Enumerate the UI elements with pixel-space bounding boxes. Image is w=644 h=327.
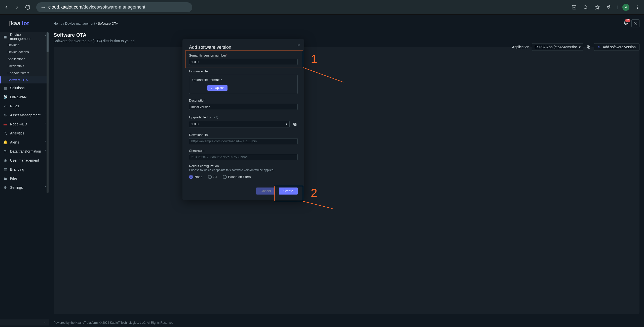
sidebar-item-label: Files bbox=[10, 176, 18, 180]
cancel-button[interactable]: Cancel bbox=[256, 188, 275, 195]
gear-icon: ⚙ bbox=[3, 185, 8, 190]
nav-forward-icon[interactable] bbox=[14, 4, 21, 11]
zoom-icon[interactable] bbox=[582, 4, 589, 11]
main-area: Home / Device management / Software OTA … bbox=[49, 15, 644, 327]
install-icon[interactable] bbox=[571, 4, 578, 11]
trend-icon: 〽 bbox=[3, 131, 8, 135]
add-software-version-button[interactable]: ⊕ Add software version bbox=[594, 43, 639, 51]
add-software-version-modal: ✕ Add software version Semantic version … bbox=[182, 39, 304, 200]
sidebar-item-device-actions[interactable]: Device actions bbox=[0, 48, 49, 55]
annotation-number-1: 1 bbox=[311, 52, 317, 66]
sidebar-collapse-button[interactable]: ‹ bbox=[0, 319, 49, 325]
chevron-down-icon: ˅ bbox=[45, 113, 46, 117]
star-icon[interactable] bbox=[594, 4, 601, 11]
content-panel bbox=[54, 47, 639, 314]
upgradable-from-select[interactable]: 1.0.0▾ bbox=[189, 121, 290, 127]
radio-label: Based on filters bbox=[228, 175, 251, 179]
nodered-icon: ▬ bbox=[3, 122, 8, 126]
extensions-icon[interactable] bbox=[605, 4, 612, 11]
url-bar[interactable]: ⊶ cloud.kaaiot.com/devices/software-mana… bbox=[36, 2, 192, 12]
sidebar-item-label: Settings bbox=[10, 185, 23, 190]
refresh-icon: ⟳ bbox=[3, 149, 8, 153]
radio-label: All bbox=[213, 175, 217, 179]
breadcrumb-item[interactable]: Device management bbox=[65, 22, 95, 25]
sidebar-item-rules[interactable]: ‹›Rules bbox=[0, 102, 49, 111]
page-title: Software OTA bbox=[54, 32, 639, 38]
user-circle-icon: ◉ bbox=[3, 158, 8, 162]
browser-avatar[interactable]: V bbox=[622, 4, 629, 11]
nav-back-icon[interactable] bbox=[3, 4, 10, 11]
building-icon: ▥ bbox=[3, 167, 8, 171]
sidebar-item-lorawan[interactable]: 📡LoRaWAN bbox=[0, 92, 49, 102]
notifications-button[interactable]: 23 bbox=[623, 20, 628, 26]
modal-title: Add software version bbox=[189, 45, 298, 50]
rollout-radio-filters[interactable]: Based on filters bbox=[223, 175, 251, 179]
sidebar-item-branding[interactable]: ▥Branding bbox=[0, 165, 49, 174]
copy-upgradable-button[interactable] bbox=[292, 121, 298, 127]
browser-menu-icon[interactable]: ⋮ bbox=[634, 4, 641, 11]
rollout-radio-all[interactable]: All bbox=[208, 175, 217, 179]
breadcrumb: Home / Device management / Software OTA bbox=[49, 22, 118, 25]
sidebar-item-devices[interactable]: Devices bbox=[0, 41, 49, 48]
notifications-count: 23 bbox=[625, 19, 630, 22]
sidebar-item-settings[interactable]: ⚙Settings˅ bbox=[0, 183, 49, 192]
checksum-label: Checksum bbox=[189, 149, 298, 153]
modal-close-button[interactable]: ✕ bbox=[297, 43, 300, 48]
url-text: cloud.kaaiot.com/devices/software-manage… bbox=[48, 5, 145, 10]
help-icon[interactable]: ? bbox=[214, 116, 218, 119]
application-select-value: ESP32 App (cte4o4qm6fhc bbox=[535, 45, 577, 49]
checksum-input[interactable] bbox=[189, 154, 298, 160]
application-select[interactable]: ESP32 App (cte4o4qm6fhc ▾ bbox=[532, 43, 583, 51]
reload-icon[interactable] bbox=[24, 4, 31, 11]
chevron-down-icon: ˅ bbox=[45, 186, 46, 189]
user-icon bbox=[633, 21, 638, 26]
upgradable-from-value: 1.0.0 bbox=[191, 122, 199, 126]
description-input[interactable] bbox=[189, 104, 298, 110]
upgradable-from-label: Upgradable from? bbox=[189, 115, 298, 119]
sidebar-item-endpoint-filters[interactable]: Endpoint filters bbox=[0, 69, 49, 76]
rollout-radio-group: None All Based on filters bbox=[189, 175, 298, 179]
sidebar-item-solutions[interactable]: ▦Solutions bbox=[0, 83, 49, 92]
sidebar-item-applications[interactable]: Applications bbox=[0, 55, 49, 62]
page-subtitle: Software for over-the-air (OTA) distribu… bbox=[54, 39, 639, 43]
sidebar-scrollbar[interactable] bbox=[47, 32, 49, 193]
chevron-down-icon: ˅ bbox=[45, 122, 46, 126]
sidebar-item-credentials[interactable]: Credentials bbox=[0, 62, 49, 69]
semantic-version-input[interactable] bbox=[189, 59, 298, 65]
chevron-down-icon: ˅ bbox=[45, 150, 46, 153]
upload-format-label: Upload file, format: * bbox=[192, 78, 294, 82]
target-icon: ⊙ bbox=[3, 113, 8, 117]
breadcrumb-item[interactable]: Home bbox=[54, 22, 62, 25]
application-label: Application bbox=[512, 45, 529, 49]
sidebar-item-user-management[interactable]: ◉User management bbox=[0, 156, 49, 165]
sidebar-item-data-transformation[interactable]: ⟳Data transformation˅ bbox=[0, 147, 49, 156]
download-link-label: Download link bbox=[189, 133, 298, 137]
download-link-input[interactable] bbox=[189, 138, 298, 144]
create-button[interactable]: Create bbox=[279, 188, 298, 195]
footer-text: Powered by the Kaa IoT platform, © 2024 … bbox=[49, 318, 644, 327]
firmware-upload-box: Upload file, format: * ⭳Upload bbox=[189, 75, 298, 94]
upload-button-label: Upload bbox=[215, 86, 224, 90]
svg-point-1 bbox=[584, 6, 587, 9]
sidebar-item-label: Asset Management bbox=[10, 113, 41, 117]
sidebar-item-label: Data transformation bbox=[10, 149, 41, 153]
sidebar-item-alerts[interactable]: 🔔Alerts˅ bbox=[0, 138, 49, 147]
sidebar-item-software-ota[interactable]: Software OTA bbox=[0, 76, 49, 83]
rollout-radio-none[interactable]: None bbox=[189, 175, 202, 179]
site-toggle-icon[interactable]: ⊶ bbox=[41, 5, 45, 10]
user-menu-button[interactable] bbox=[631, 19, 639, 27]
sidebar-item-label: Rules bbox=[10, 104, 19, 108]
copy-button[interactable] bbox=[586, 44, 591, 50]
logo: [kaaiot bbox=[0, 15, 49, 32]
sidebar-item-analytics[interactable]: 〽Analytics bbox=[0, 129, 49, 138]
code-icon: ‹› bbox=[3, 104, 8, 108]
plus-circle-icon: ⊕ bbox=[598, 45, 601, 49]
folder-icon: 🖿 bbox=[3, 176, 8, 180]
sidebar-item-label: LoRaWAN bbox=[10, 95, 27, 99]
sidebar-item-device-management[interactable]: ▣ Device management ˄ bbox=[0, 32, 49, 41]
sidebar-item-files[interactable]: 🖿Files bbox=[0, 174, 49, 183]
firmware-file-label: Firmware file bbox=[189, 69, 298, 73]
sidebar-item-node-red[interactable]: ▬Node-RED˅ bbox=[0, 120, 49, 129]
sidebar-item-asset-management[interactable]: ⊙Asset Management˅ bbox=[0, 111, 49, 120]
upload-button[interactable]: ⭳Upload bbox=[207, 85, 228, 91]
